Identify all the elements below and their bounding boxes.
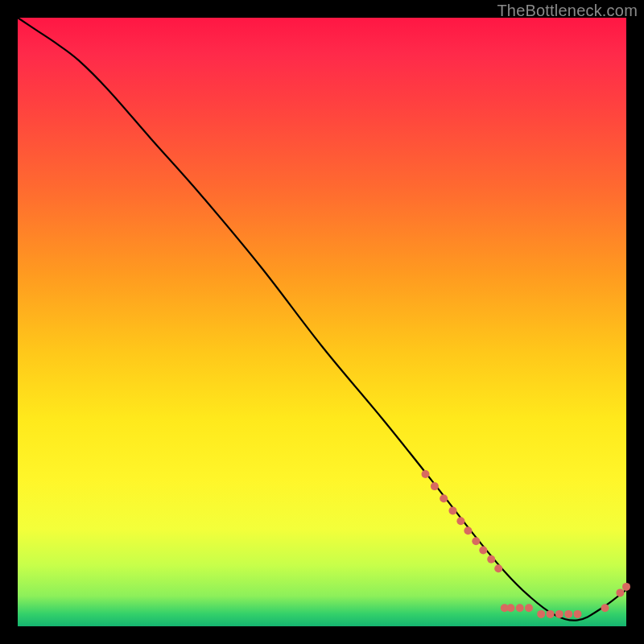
data-marker [494,564,502,572]
data-marker [525,604,533,612]
data-marker [472,537,480,545]
data-marker [506,604,514,612]
data-marker [431,482,439,490]
data-marker [616,588,624,597]
data-marker [456,517,464,525]
bottleneck-curve [18,18,626,621]
data-marker [601,604,609,612]
data-marker [422,470,430,478]
data-marker [555,610,564,618]
data-marker [464,526,472,535]
data-marker [622,583,630,591]
data-marker [487,555,495,564]
watermark-text: TheBottleneck.com [497,2,638,20]
data-marker [574,610,582,618]
chart-svg [18,18,626,626]
data-marker [564,610,572,618]
data-marker [479,547,487,555]
data-marker [537,610,545,618]
data-marker [449,506,457,514]
plot-area [18,18,626,626]
data-marker [516,604,524,612]
data-marker [440,494,448,502]
data-marker [547,610,555,618]
chart-stage: TheBottleneck.com [0,0,644,644]
marker-layer [422,470,631,618]
